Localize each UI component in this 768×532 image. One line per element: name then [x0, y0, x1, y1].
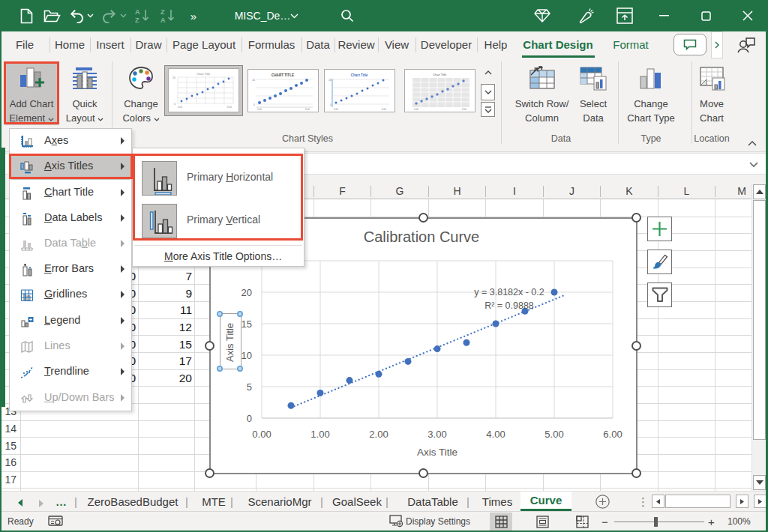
svg-text:0: 0: [174, 103, 176, 106]
svg-text:0: 0: [247, 413, 252, 424]
svg-text:6.00: 6.00: [382, 108, 386, 111]
svg-text:20: 20: [172, 76, 176, 79]
svg-text:Chart Title: Chart Title: [196, 72, 211, 76]
svg-text:1.00: 1.00: [310, 429, 329, 440]
svg-text:4.00: 4.00: [486, 429, 505, 440]
svg-text:Axis Title: Axis Title: [417, 447, 458, 458]
svg-text:A: A: [135, 8, 140, 16]
svg-text:10: 10: [242, 350, 252, 361]
svg-text:5.00: 5.00: [544, 429, 563, 440]
svg-text:6.00: 6.00: [227, 106, 232, 109]
svg-text:6.00: 6.00: [462, 108, 466, 111]
svg-text:6.00: 6.00: [305, 108, 310, 111]
svg-text:Chart Title: Chart Title: [351, 73, 368, 77]
svg-text:3.00: 3.00: [428, 429, 446, 440]
svg-text:Chart Title: Chart Title: [433, 73, 447, 76]
svg-text:0: 0: [254, 103, 255, 106]
svg-text:R² = 0.9888: R² = 0.9888: [484, 300, 534, 311]
svg-text:0.00: 0.00: [334, 108, 338, 111]
svg-text:20: 20: [328, 79, 332, 82]
svg-text:0.00: 0.00: [414, 108, 418, 111]
svg-text:6.00: 6.00: [603, 429, 622, 440]
svg-text:15: 15: [242, 318, 252, 330]
svg-text:20: 20: [252, 79, 255, 82]
svg-text:5: 5: [247, 381, 252, 393]
svg-text:0.00: 0.00: [257, 108, 262, 111]
svg-text:Z: Z: [160, 8, 165, 16]
svg-text:y = 3.8182x - 0.2: y = 3.8182x - 0.2: [474, 287, 544, 297]
svg-text:Z: Z: [135, 16, 140, 23]
svg-text:2.00: 2.00: [369, 429, 388, 440]
svg-text:0.00: 0.00: [252, 429, 271, 440]
svg-text:Axis Title: Axis Title: [224, 323, 236, 362]
svg-text:A: A: [160, 16, 166, 23]
svg-text:CHART TITLE: CHART TITLE: [272, 73, 294, 77]
svg-text:0: 0: [330, 103, 332, 106]
svg-text:20: 20: [242, 287, 252, 298]
svg-text:Calibration Curve: Calibration Curve: [364, 229, 480, 245]
svg-text:0.00: 0.00: [178, 106, 182, 109]
